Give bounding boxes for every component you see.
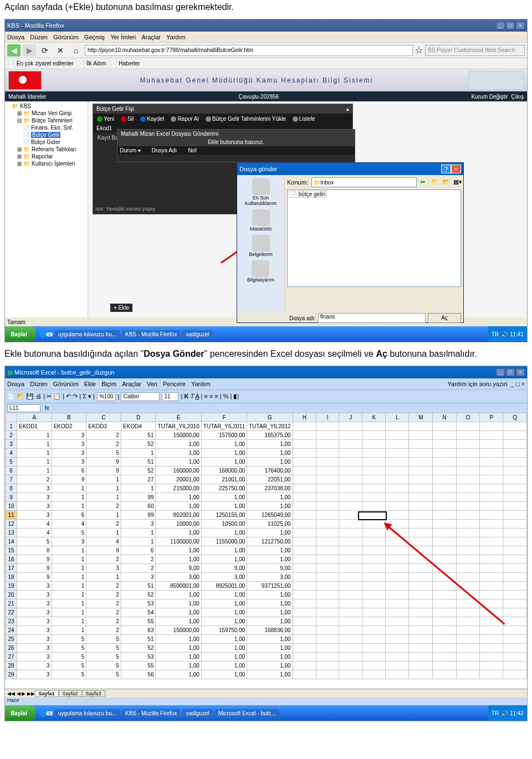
close-icon[interactable]: × xyxy=(516,368,525,376)
menu-item[interactable]: Biçim xyxy=(101,381,116,387)
views-icon[interactable]: ▦▾ xyxy=(453,178,461,186)
tree-item[interactable]: ⊟ 📁Bütçe Tahminleri xyxy=(17,117,86,124)
menu-item[interactable]: Araçlar xyxy=(122,381,141,387)
task-item[interactable]: uygulama kılavuzu bu... xyxy=(55,330,120,339)
reload-button[interactable]: ⟳ xyxy=(38,44,52,57)
menu-item[interactable]: Pencere xyxy=(163,381,186,387)
subheader-right: Kurum Değiştir Çıkış xyxy=(472,94,524,100)
ekle-button[interactable]: + Ekle xyxy=(110,304,132,312)
dialog-title: Dosya gönder xyxy=(239,166,278,172)
bookmark-item[interactable]: 📄 En çok ziyaret edilenler xyxy=(8,60,74,66)
back-icon[interactable]: ⬅ xyxy=(420,178,428,186)
font-combo[interactable]: Calibri xyxy=(121,392,160,401)
back-button[interactable]: ◀ xyxy=(7,44,21,57)
tree-item[interactable]: 📄Bütçe Gider xyxy=(23,139,86,146)
forward-button[interactable]: ▶ xyxy=(23,44,36,57)
place-item[interactable]: Bilgisayarım xyxy=(247,260,274,283)
filename-input[interactable]: finans xyxy=(318,313,426,323)
menu-item[interactable]: Görünüm xyxy=(53,381,79,387)
toolbar-button[interactable]: Listele xyxy=(290,115,318,122)
menu-item[interactable]: Yer İmleri xyxy=(110,34,136,40)
menu-item[interactable]: Ekle xyxy=(84,381,96,387)
close-icon[interactable]: × xyxy=(451,165,461,173)
task-item[interactable]: sadiguzel xyxy=(182,330,212,339)
menu-item[interactable]: Dosya xyxy=(7,34,24,40)
paragraph-2: Ekle butonuna basıldığında açılan "Dosya… xyxy=(0,347,532,361)
close-icon[interactable]: × xyxy=(516,22,525,29)
menu-item[interactable]: Geçmiş xyxy=(84,34,105,40)
tree-item[interactable]: ⊞ 📁Kullanıcı İşlemleri xyxy=(17,160,86,167)
stop-button[interactable]: ✕ xyxy=(54,44,67,57)
panel-upload: Mahalli Mizan Excel Dosyası Gönderimi Ek… xyxy=(117,129,355,162)
menu-item[interactable]: Yardım xyxy=(191,381,211,387)
minimize-icon[interactable]: _ xyxy=(496,22,505,29)
menu-item[interactable]: Dosya xyxy=(7,381,24,387)
paragraph-1: Açılan sayfada (+Ekle) butonuna basılmas… xyxy=(0,0,532,14)
tree-nav: 📁KBS ⊞ 📁Mizan Veri Girişi ⊟ 📁Bütçe Tahmi… xyxy=(5,101,88,317)
toolbar-button[interactable]: Yeni xyxy=(95,115,116,122)
task-item[interactable]: sadiguzel xyxy=(182,709,212,717)
taskbar: Başlat 🌐📧 uygulama kılavuzu bu... KBS - … xyxy=(5,705,527,721)
menu-item[interactable]: Yardım xyxy=(166,34,186,40)
tree-item[interactable]: 📄Finans. Eko. Snf. xyxy=(23,124,86,131)
newfolder-icon[interactable]: 📂 xyxy=(442,178,450,186)
task-item[interactable]: KBS - Mozilla Firefox xyxy=(122,709,180,717)
dialog-controls: ?× xyxy=(441,165,461,173)
search-input[interactable]: BS Player Customized Web Search xyxy=(425,45,525,56)
menubar: DosyaDüzenGörünümGeçmişYer İmleriAraçlar… xyxy=(5,32,527,43)
tree-item[interactable]: ⊞ 📁Referans Tabloları xyxy=(17,146,86,153)
zoom-combo[interactable]: %100 xyxy=(97,392,116,401)
tree-item[interactable]: ⊞ 📁Raporlar xyxy=(17,153,86,160)
menu-item[interactable]: Görünüm xyxy=(53,34,79,40)
place-item[interactable]: Belgelerim xyxy=(249,235,273,257)
minimize-icon[interactable]: _ xyxy=(496,368,505,376)
bookmark-star-icon[interactable]: ☆ xyxy=(415,45,423,55)
start-button[interactable]: Başlat xyxy=(5,705,36,721)
tree-item[interactable]: 📄Bütçe Gelir xyxy=(23,131,86,139)
task-item[interactable]: uygulama kılavuzu bu... xyxy=(55,709,120,717)
help-search[interactable]: Yardım için soru yazın xyxy=(448,381,508,387)
sheet-tabs: ◀◀ ◀ ▶ ▶▶ Sayfa1 Sayfa2 Sayfa3 xyxy=(5,689,527,698)
help-icon[interactable]: ? xyxy=(441,165,451,173)
tree-root[interactable]: 📁KBS xyxy=(12,102,86,110)
start-button[interactable]: Başlat xyxy=(5,326,36,342)
spreadsheet[interactable]: ABCDEFGHIJKLMNOPQ 1EKOD1EKOD2EKOD3EKOD4T… xyxy=(5,413,527,679)
maximize-icon[interactable]: □ xyxy=(506,368,515,376)
task-item[interactable]: KBS - Mozilla Firefox xyxy=(122,330,180,339)
url-input[interactable]: http://piyon10.muhasebat.gov.tr:7788/mah… xyxy=(85,45,413,56)
filename-label: Dosya adı: xyxy=(289,315,316,321)
place-item[interactable]: Masaüstü xyxy=(250,209,272,232)
maximize-icon[interactable]: □ xyxy=(506,22,515,29)
toolbar-button[interactable]: Bütçe Gelir Tahminlerini Yükle xyxy=(203,115,288,122)
sheet-tab[interactable]: Sayfa2 xyxy=(59,690,82,697)
panel-toolbar: YeniSilKaydetRapor AlBütçe Gelir Tahminl… xyxy=(93,114,352,124)
open-button[interactable]: Aç xyxy=(428,313,461,323)
size-combo[interactable]: 11 xyxy=(162,392,178,401)
tree-item[interactable]: ⊞ 📁Mizan Veri Girişi xyxy=(17,110,86,117)
home-button[interactable]: ⌂ xyxy=(69,44,83,57)
menu-item[interactable]: Araçlar xyxy=(141,34,161,40)
bookmark-item[interactable]: 📄 İlk Adım xyxy=(78,60,106,66)
menu-item[interactable]: Düzen xyxy=(30,381,48,387)
modal-col: Not xyxy=(188,147,197,153)
toolbar-button[interactable]: Sil xyxy=(119,115,136,122)
menu-item[interactable]: Veri xyxy=(147,381,157,387)
name-box[interactable]: L11 xyxy=(7,404,40,412)
place-item[interactable]: En Son Kullandıklarım xyxy=(237,178,284,206)
task-item[interactable]: Microsoft Excel - butc... xyxy=(215,709,279,717)
menu-item[interactable]: Düzen xyxy=(30,34,48,40)
location-combo[interactable]: 📁 Inbox xyxy=(311,177,417,187)
up-icon[interactable]: 📁 xyxy=(431,178,439,186)
toolbar-button[interactable]: Kaydet xyxy=(138,115,166,122)
bookmark-item[interactable]: 📄 Haberler xyxy=(111,60,140,66)
sheet-tab[interactable]: Sayfa1 xyxy=(35,690,59,697)
toolbar-button[interactable]: Rapor Al xyxy=(168,115,201,122)
clock: 11:41 xyxy=(510,331,524,337)
places-bar: En Son KullandıklarımMasaüstüBelgelerimB… xyxy=(237,175,285,312)
sheet-tab[interactable]: Sayfa3 xyxy=(82,690,105,697)
excel-statusbar: Hazır xyxy=(5,698,527,705)
panel-collapse-icon[interactable]: ▴ xyxy=(346,106,349,112)
subheader-mid: Çavuşlu-202856 xyxy=(239,94,279,100)
file-list[interactable]: 📄 bütçe geliri xyxy=(287,189,461,287)
system-tray: TR🔊11:41 xyxy=(488,326,527,342)
